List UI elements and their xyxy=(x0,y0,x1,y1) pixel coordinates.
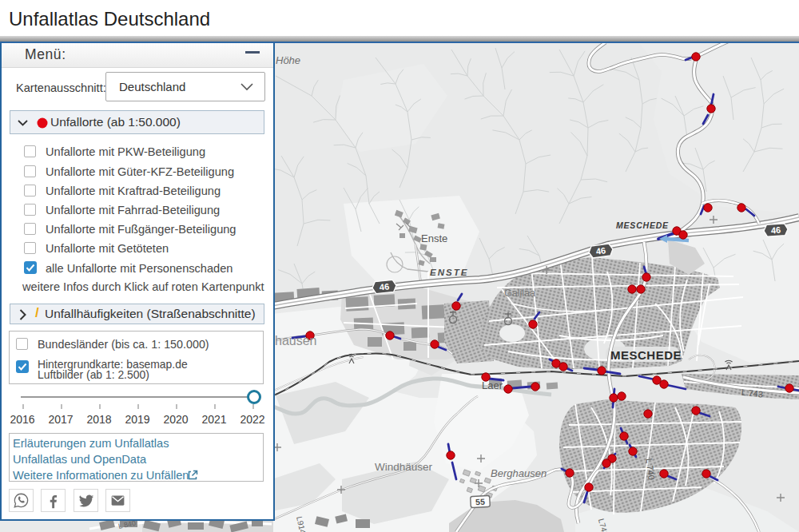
svg-text:MESCHEDE: MESCHEDE xyxy=(610,348,682,362)
svg-text:Windhäuser: Windhäuser xyxy=(375,461,433,473)
svg-text:ENSTE: ENSTE xyxy=(430,268,468,277)
svg-text:hausen: hausen xyxy=(275,334,317,347)
svg-text:MESCHEDE: MESCHEDE xyxy=(616,220,669,230)
svg-text:46: 46 xyxy=(379,281,389,292)
svg-text:Berghausen: Berghausen xyxy=(491,467,547,479)
svg-text:Laer: Laer xyxy=(482,379,503,391)
svg-text:46: 46 xyxy=(770,225,781,236)
svg-text:Enste: Enste xyxy=(421,232,447,244)
svg-text:46: 46 xyxy=(595,245,606,256)
svg-text:55: 55 xyxy=(475,497,485,507)
svg-text:Galiläa: Galiläa xyxy=(504,288,535,299)
svg-text:Höhe: Höhe xyxy=(276,54,300,66)
